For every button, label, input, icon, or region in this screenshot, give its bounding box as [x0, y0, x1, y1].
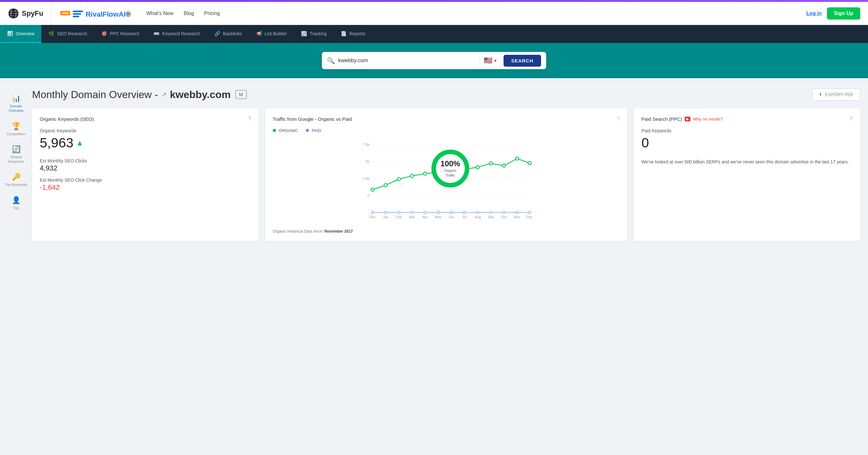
organic-keywords-label: Organic Keywords [40, 128, 251, 133]
ppc-help-icon[interactable]: ? [850, 116, 852, 122]
spyfu-globe-icon [8, 8, 19, 19]
nav-item-tracking[interactable]: 📈 Tracking [294, 25, 334, 43]
svg-rect-6 [73, 10, 83, 12]
us-flag-icon: 🇺🇸 [484, 56, 492, 65]
ppc-card-title: Paid Search (PPC) ▶ Why no results? ? [641, 116, 852, 122]
svg-text:0: 0 [367, 194, 369, 197]
donut-subtitle: OrganicTraffic [444, 168, 457, 178]
top-header: SpyFu NEW RivalFlowAI® What's New Blog P… [0, 2, 868, 25]
nav-item-backlinks[interactable]: 🔗 Backlinks [207, 25, 249, 43]
search-section: 🔍 🇺🇸 ▾ SEARCH [0, 43, 868, 78]
nav-item-overview[interactable]: 📊 Overview [0, 25, 41, 43]
svg-text:Dec: Dec [369, 215, 376, 219]
svg-text:Apr: Apr [422, 215, 428, 219]
domain-overview-icon: 📊 [12, 94, 21, 102]
overview-icon: 📊 [7, 31, 13, 36]
svg-point-27 [489, 162, 492, 165]
sidebar-item-competition[interactable]: 🏆 Competition [2, 119, 30, 139]
rivalflow-waves-icon [73, 9, 83, 20]
seo-icon: 🌿 [49, 31, 55, 36]
nav-blog[interactable]: Blog [184, 10, 194, 17]
top-icon: 👤 [12, 196, 21, 204]
sidebar-item-top-keywords[interactable]: 🔑 Top Keywords [2, 169, 30, 190]
svg-text:2.5k: 2.5k [363, 176, 369, 181]
svg-text:May: May [435, 215, 442, 219]
svg-point-35 [424, 211, 426, 214]
login-button[interactable]: Log in [806, 10, 822, 17]
competition-icon: 🏆 [12, 122, 21, 130]
external-link-icon[interactable]: ↗ [161, 91, 167, 98]
nav-item-ppc-research[interactable]: 🎯 PPC Research [94, 25, 147, 43]
spyfu-text: SpyFu [22, 9, 43, 18]
header-left: SpyFu NEW RivalFlowAI® [8, 2, 131, 25]
backlinks-icon: 🔗 [214, 31, 220, 36]
nav-pricing[interactable]: Pricing [204, 10, 220, 17]
traffic-help-icon[interactable]: ? [617, 116, 620, 122]
chevron-down-icon: ▾ [494, 58, 496, 63]
sidebar-item-shared-keywords[interactable]: 🔄 Shared Keywords [2, 142, 30, 167]
svg-text:Feb: Feb [396, 215, 402, 219]
svg-point-20 [397, 177, 400, 181]
svg-text:Oct: Oct [501, 215, 506, 219]
export-pdf-button[interactable]: ⬆ EXPORT PDF [812, 89, 860, 101]
search-input[interactable] [338, 57, 479, 64]
svg-text:Aug: Aug [474, 215, 481, 219]
spyfu-logo[interactable]: SpyFu [8, 2, 51, 25]
youtube-icon: ▶ [685, 117, 690, 122]
flag-selector[interactable]: 🇺🇸 ▾ [479, 56, 500, 65]
top-keywords-icon: 🔑 [12, 173, 21, 181]
svg-point-29 [516, 157, 519, 160]
svg-text:Sep: Sep [488, 215, 494, 219]
organic-help-icon[interactable]: ? [248, 116, 251, 122]
nav-item-seo-research[interactable]: 🌿 SEO Research [41, 25, 94, 43]
new-badge: NEW [60, 11, 70, 15]
svg-point-22 [424, 172, 427, 175]
svg-point-5 [10, 10, 12, 12]
svg-point-34 [411, 211, 413, 214]
rivalflow-logo[interactable]: NEW RivalFlowAI® [51, 2, 131, 25]
chart-footnote: Organic Historical Data since: November … [273, 229, 620, 234]
ppc-card: Paid Search (PPC) ▶ Why no results? ? Pa… [634, 108, 860, 241]
sidebar-item-top[interactable]: 👤 Top [2, 193, 30, 214]
page-header: Monthly Domain Overview - ↗ kwebby.com M… [32, 89, 860, 101]
ppc-description: We've looked at over 500 billion SERPs a… [641, 158, 852, 165]
nav-item-list-builder[interactable]: 📢 List Builder [249, 25, 294, 43]
svg-text:Mar: Mar [409, 215, 415, 219]
rivalflow-text: RivalFlowAI® [86, 10, 131, 19]
svg-rect-7 [73, 13, 81, 15]
rivalflow-logo-wrap: NEW RivalFlowAI® [59, 7, 131, 20]
svg-text:Jan: Jan [383, 215, 389, 219]
organic-card-title: Organic Keywords (SEO) ? [40, 116, 251, 122]
svg-point-26 [476, 166, 479, 169]
nav-whats-new[interactable]: What's New [146, 10, 174, 17]
traffic-chart-card: Traffic from Google - Organic vs Paid ? … [265, 108, 628, 241]
paid-keywords-label: Paid Keywords [641, 128, 852, 133]
paid-legend-item: PAID [306, 128, 321, 133]
signup-button[interactable]: Sign Up [827, 7, 860, 20]
search-box: 🔍 🇺🇸 ▾ SEARCH [322, 52, 546, 69]
calendar-icon[interactable]: M [235, 90, 247, 99]
svg-text:Nov: Nov [514, 215, 520, 219]
svg-text:Jun: Jun [448, 215, 454, 219]
why-no-results-link[interactable]: Why no results? [693, 117, 723, 122]
export-icon: ⬆ [819, 92, 823, 97]
est-click-change-section: Est Monthly SEO Click Change -1,642 [40, 177, 251, 192]
sidebar-item-domain-overview[interactable]: 📊 Domain Overview [2, 91, 30, 116]
search-button[interactable]: SEARCH [503, 55, 541, 67]
svg-point-36 [437, 211, 439, 214]
svg-point-43 [528, 211, 531, 214]
nav-item-keyword-research[interactable]: ⌨️ Keyword Research [147, 25, 207, 43]
chart-legend: ORGANIC PAID [273, 128, 620, 133]
ppc-icon: 🎯 [101, 31, 107, 36]
svg-point-28 [502, 164, 505, 167]
svg-text:5k: 5k [365, 160, 369, 163]
header-nav: What's New Blog Pricing [146, 10, 220, 17]
svg-point-31 [371, 211, 374, 214]
reports-icon: 📄 [341, 31, 347, 36]
svg-text:7.5k: 7.5k [363, 142, 369, 147]
svg-point-19 [384, 184, 387, 187]
donut-chart: 100% OrganicTraffic [430, 148, 471, 189]
svg-point-37 [450, 211, 453, 214]
nav-item-reports[interactable]: 📄 Reports [334, 25, 372, 43]
est-clicks-section: Est Monthly SEO Clicks 4,932 [40, 158, 251, 172]
